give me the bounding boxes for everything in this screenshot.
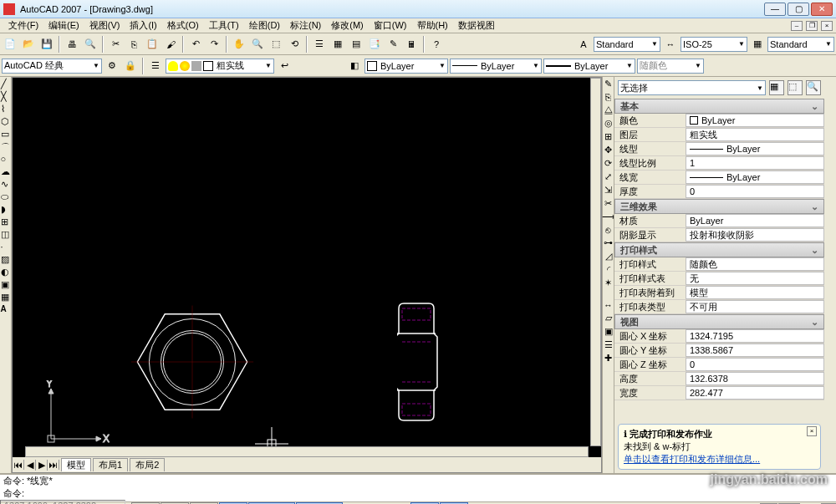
textstyle-icon[interactable]: A	[575, 36, 592, 53]
tab-prev-button[interactable]: ◀	[24, 460, 36, 471]
menu-modify[interactable]: 修改(M)	[326, 19, 369, 32]
open-button[interactable]: 📂	[20, 36, 37, 53]
array-tool[interactable]: ⊞	[604, 131, 612, 142]
new-button[interactable]: 📄	[2, 36, 18, 53]
color-button[interactable]: ◧	[346, 58, 363, 74]
textstyle-combo[interactable]: Standard▼	[594, 37, 660, 52]
pickadd-button[interactable]: ⬚	[788, 80, 803, 95]
menu-view[interactable]: 视图(V)	[84, 19, 125, 32]
copy-button[interactable]: ⎘	[125, 36, 142, 53]
selectobj-button[interactable]: 🔍	[806, 80, 821, 95]
mdi-close-button[interactable]: ×	[821, 21, 833, 31]
prop-ltscale-value[interactable]: 1	[686, 156, 824, 170]
prop-plottable-value[interactable]: 无	[686, 272, 824, 285]
layer-combo[interactable]: 粗实线 ▼	[166, 59, 274, 74]
color-combo[interactable]: ByLayer▼	[364, 59, 448, 74]
group-3d-header[interactable]: 三维效果⌄	[614, 199, 824, 214]
tab-layout2[interactable]: 布局2	[130, 458, 165, 471]
tab-last-button[interactable]: ⏭	[48, 460, 59, 470]
toolpalettes-button[interactable]: ▤	[348, 36, 364, 53]
arc-tool[interactable]: ⌒	[1, 141, 11, 151]
workspace-lock-button[interactable]: 🔒	[122, 58, 139, 74]
pan-button[interactable]: ✋	[231, 36, 247, 53]
quickselect-button[interactable]: ▦	[769, 80, 784, 95]
selection-combo[interactable]: 无选择▼	[618, 80, 766, 95]
tab-model[interactable]: 模型	[61, 458, 91, 471]
maximize-button[interactable]: ▢	[788, 3, 809, 16]
plot-button[interactable]: 🖶	[64, 36, 80, 53]
dimstyle-icon[interactable]: ↔	[662, 36, 679, 53]
menu-format[interactable]: 格式(O)	[162, 19, 204, 32]
prop-plotstyle-value[interactable]: 随颜色	[686, 257, 824, 271]
ellipsearc-tool[interactable]: ◗	[1, 204, 11, 214]
gradient-tool[interactable]: ◐	[1, 267, 11, 277]
pline-tool[interactable]: ⌇	[1, 104, 11, 114]
horizontal-scrollbar[interactable]	[25, 446, 589, 457]
notification-close-button[interactable]: ×	[807, 426, 817, 436]
group-view-header[interactable]: 视图⌄	[614, 314, 824, 329]
command-window[interactable]: 命令: *线宽* 命令:	[0, 473, 836, 501]
copy-tool[interactable]: ⎘	[605, 92, 611, 102]
coordinates-display[interactable]: 1307.1699, 1327.2302, 0.0000	[0, 500, 125, 505]
designcenter-button[interactable]: ▦	[329, 36, 346, 53]
prop-shadow-value[interactable]: 投射和接收阴影	[686, 228, 824, 242]
ellipse-tool[interactable]: ⬭	[1, 191, 11, 201]
tab-layout1[interactable]: 布局1	[93, 458, 128, 471]
properties-button[interactable]: ☰	[311, 36, 328, 53]
fillet-tool[interactable]: ◜	[607, 264, 610, 275]
mtext-tool[interactable]: A	[1, 304, 11, 314]
prop-width-value[interactable]: 282.477	[686, 386, 824, 400]
zoom-window-button[interactable]: ⬚	[268, 36, 284, 53]
menu-draw[interactable]: 绘图(D)	[244, 19, 285, 32]
offset-tool[interactable]: ◎	[604, 118, 613, 129]
linetype-combo[interactable]: ByLayer▼	[450, 59, 542, 74]
prop-centerx-value[interactable]: 1324.7195	[686, 329, 824, 343]
prop-linetype-value[interactable]: ByLayer	[686, 142, 824, 155]
prop-layer-value[interactable]: 粗实线	[686, 128, 824, 141]
zoom-button[interactable]: 🔍	[249, 36, 266, 53]
prop-centerz-value[interactable]: 0	[686, 358, 824, 371]
break-tool[interactable]: ⎋	[605, 225, 611, 235]
close-button[interactable]: ✕	[811, 3, 833, 16]
table-tool[interactable]: ▦	[1, 292, 11, 302]
help-button[interactable]: ?	[428, 36, 445, 53]
markup-button[interactable]: ✎	[385, 36, 401, 53]
join-tool[interactable]: ⊶	[604, 237, 613, 248]
point-tool[interactable]: ·	[1, 242, 11, 252]
vertical-scrollbar[interactable]	[590, 78, 601, 446]
prop-plottype-value[interactable]: 不可用	[686, 300, 824, 313]
prop-plotattach-value[interactable]: 模型	[686, 286, 824, 299]
block-tool[interactable]: ◫	[1, 229, 11, 239]
prop-color-value[interactable]: ByLayer	[686, 114, 824, 127]
area-tool[interactable]: ▱	[605, 313, 612, 323]
save-button[interactable]: 💾	[38, 36, 55, 53]
group-plot-header[interactable]: 打印样式⌄	[614, 242, 824, 257]
notification-link[interactable]: 单击以查看打印和发布详细信息...	[624, 454, 760, 464]
layer-manager-button[interactable]: ☰	[147, 58, 164, 74]
mdi-minimize-button[interactable]: –	[791, 21, 803, 31]
preview-button[interactable]: 🔍	[82, 36, 99, 53]
menu-window[interactable]: 窗口(W)	[369, 19, 412, 32]
prop-centery-value[interactable]: 1338.5867	[686, 344, 824, 357]
redo-button[interactable]: ↷	[206, 36, 222, 53]
distance-tool[interactable]: ↔	[604, 300, 613, 310]
stretch-tool[interactable]: ⇲	[604, 185, 612, 196]
prop-height-value[interactable]: 132.6378	[686, 372, 824, 385]
workspace-settings-button[interactable]: ⚙	[104, 58, 120, 74]
tab-next-button[interactable]: ▶	[36, 460, 48, 471]
erase-tool[interactable]: ✎	[604, 79, 612, 89]
group-basic-header[interactable]: 基本⌄	[614, 99, 824, 114]
revcloud-tool[interactable]: ☁	[1, 166, 11, 176]
lineweight-combo[interactable]: ByLayer▼	[543, 59, 635, 74]
mdi-restore-button[interactable]: ❐	[806, 21, 818, 31]
menu-file[interactable]: 文件(F)	[3, 19, 43, 32]
polygon-tool[interactable]: ⬡	[1, 116, 11, 126]
line-tool[interactable]: ╱	[1, 79, 11, 89]
scale-tool[interactable]: ⤢	[604, 171, 612, 182]
workspace-combo[interactable]: AutoCAD 经典▼	[2, 59, 102, 74]
tab-first-button[interactable]: ⏮	[13, 460, 24, 470]
trim-tool[interactable]: ✂	[604, 198, 612, 209]
menu-insert[interactable]: 插入(I)	[125, 19, 161, 32]
layer-prev-button[interactable]: ↩	[276, 58, 293, 74]
cut-button[interactable]: ✂	[107, 36, 124, 53]
